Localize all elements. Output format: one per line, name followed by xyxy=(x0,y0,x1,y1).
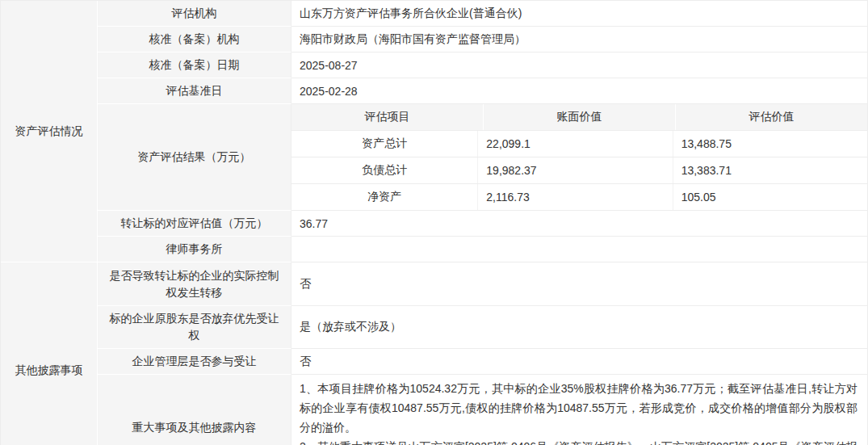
disclosure-paragraph-2: 2、其他重大事项详见山万方评字[2025]第 0406号《资产评估报告》、山万方… xyxy=(300,437,858,445)
item-cell: 资产总计 xyxy=(291,131,478,157)
row-value: 海阳市财政局（海阳市国有资产监督管理局） xyxy=(291,27,867,52)
section-title-asset-evaluation: 资产评估情况 xyxy=(1,1,98,262)
book-value-cell: 19,982.37 xyxy=(478,157,673,183)
row-value: 山东万方资产评估事务所合伙企业(普通合伙) xyxy=(291,1,867,27)
row-management-participation: 企业管理层是否参与受让 否 xyxy=(98,349,867,375)
row-label: 评估基准日 xyxy=(98,78,291,104)
row-label: 企业管理层是否参与受让 xyxy=(98,349,291,375)
item-cell: 净资产 xyxy=(291,184,478,210)
row-major-matters: 重大事项及其他披露内容 1、本项目挂牌价格为10524.32万元，其中标的企业3… xyxy=(98,375,867,445)
row-label: 评估机构 xyxy=(98,1,291,27)
row-transfer-target-evaluated-value: 转让标的对应评估值（万元） 36.77 xyxy=(98,211,867,237)
row-label: 律师事务所 xyxy=(98,237,291,262)
evaluated-value-cell: 13,488.75 xyxy=(673,131,867,157)
column-header-evaluated-value: 评估价值 xyxy=(676,104,867,130)
row-value: 36.77 xyxy=(291,211,867,237)
section-other-disclosures: 其他披露事项 是否导致转让标的企业的实际控制权发生转移 否 标的企业原股东是否放… xyxy=(1,262,867,445)
item-cell: 负债总计 xyxy=(291,157,478,183)
row-value xyxy=(291,237,867,262)
column-header-item: 评估项目 xyxy=(291,104,484,130)
book-value-cell: 2,116.73 xyxy=(478,184,673,210)
evaluated-value-cell: 13,383.71 xyxy=(673,157,867,183)
column-header-book-value: 账面价值 xyxy=(484,104,676,130)
row-label: 是否导致转让标的企业的实际控制权发生转移 xyxy=(98,262,291,306)
section-asset-evaluation: 资产评估情况 评估机构 山东万方资产评估事务所合伙企业(普通合伙) 核准（备案）… xyxy=(1,1,867,262)
row-value: 否 xyxy=(291,349,867,375)
row-value: 否 xyxy=(291,262,867,306)
row-label: 核准（备案）日期 xyxy=(98,52,291,78)
evaluation-table-header-row: 评估项目 账面价值 评估价值 xyxy=(291,104,867,131)
row-label: 标的企业原股东是否放弃优先受让权 xyxy=(98,306,291,349)
section-other-disclosures-rows: 是否导致转让标的企业的实际控制权发生转移 否 标的企业原股东是否放弃优先受让权 … xyxy=(98,262,867,445)
table-row-net-assets: 净资产 2,116.73 105.05 xyxy=(291,184,867,211)
row-label: 重大事项及其他披露内容 xyxy=(98,375,291,445)
row-value: 2025-02-28 xyxy=(291,78,867,104)
section-asset-evaluation-rows: 评估机构 山东万方资产评估事务所合伙企业(普通合伙) 核准（备案）机构 海阳市财… xyxy=(98,1,867,262)
table-row-total-assets: 资产总计 22,099.1 13,488.75 xyxy=(291,131,867,157)
evaluated-value-cell: 105.05 xyxy=(673,184,867,210)
table-row-total-liabilities: 负债总计 19,982.37 13,383.71 xyxy=(291,157,867,184)
evaluation-result-table: 评估项目 账面价值 评估价值 资产总计 22,099.1 13,488.75 负… xyxy=(291,104,867,211)
asset-evaluation-table: 资产评估情况 评估机构 山东万方资产评估事务所合伙企业(普通合伙) 核准（备案）… xyxy=(0,0,868,445)
row-label: 转让标的对应评估值（万元） xyxy=(98,211,291,237)
book-value-cell: 22,099.1 xyxy=(478,131,673,157)
row-law-firm: 律师事务所 xyxy=(98,237,867,262)
row-evaluation-agency: 评估机构 山东万方资产评估事务所合伙企业(普通合伙) xyxy=(98,1,867,27)
row-evaluation-result: 资产评估结果（万元） 评估项目 账面价值 评估价值 资产总计 22,099.1 … xyxy=(98,104,867,211)
row-approval-agency: 核准（备案）机构 海阳市财政局（海阳市国有资产监督管理局） xyxy=(98,27,867,52)
row-value: 2025-08-27 xyxy=(291,52,867,78)
row-approval-date: 核准（备案）日期 2025-08-27 xyxy=(98,52,867,78)
section-title-other-disclosures: 其他披露事项 xyxy=(1,262,98,445)
row-label: 核准（备案）机构 xyxy=(98,27,291,52)
row-value: 1、本项目挂牌价格为10524.32万元，其中标的企业35%股权挂牌价格为36.… xyxy=(291,375,867,445)
row-preemptive-right-waiver: 标的企业原股东是否放弃优先受让权 是（放弃或不涉及） xyxy=(98,306,867,349)
row-evaluation-base-date: 评估基准日 2025-02-28 xyxy=(98,78,867,104)
disclosure-paragraph-1: 1、本项目挂牌价格为10524.32万元，其中标的企业35%股权挂牌价格为36.… xyxy=(300,379,858,437)
row-label: 资产评估结果（万元） xyxy=(98,104,291,211)
row-control-transfer: 是否导致转让标的企业的实际控制权发生转移 否 xyxy=(98,262,867,306)
row-value: 是（放弃或不涉及） xyxy=(291,306,867,349)
